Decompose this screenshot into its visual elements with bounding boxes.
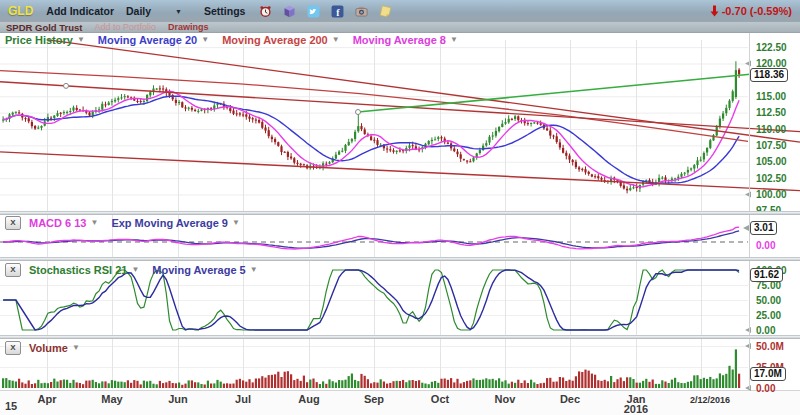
- svg-text:105.00: 105.00: [756, 156, 787, 167]
- legend-ema9[interactable]: Exp Moving Average 9▼: [111, 217, 239, 229]
- trendline[interactable]: [0, 152, 800, 191]
- down-arrow-icon: [710, 5, 719, 17]
- svg-text:102.50: 102.50: [756, 173, 787, 184]
- add-indicator-button[interactable]: Add Indicator: [46, 5, 114, 17]
- axis-marker-icon: [745, 61, 751, 67]
- symbol-name: SPDR Gold Trust: [6, 22, 83, 33]
- chevron-down-icon: ▼: [77, 35, 85, 44]
- add-to-portfolio-button[interactable]: Add to Portfolio: [95, 22, 157, 32]
- legend-moving-average-20[interactable]: Moving Average 20▼: [98, 34, 209, 46]
- symbol-ticker: GLD: [8, 4, 33, 18]
- legend-moving-average-200[interactable]: Moving Average 200▼: [222, 34, 339, 46]
- panel-splitter[interactable]: [0, 211, 800, 215]
- trendline-handle[interactable]: [64, 83, 69, 88]
- stoch-panel-legend: X Stochastics RSI 21▼ Moving Average 5▼: [5, 263, 267, 276]
- price-change-text: -0.70 (-0.59%): [722, 5, 792, 17]
- cube-icon[interactable]: [283, 5, 296, 18]
- legend-moving-average-5[interactable]: Moving Average 5▼: [152, 264, 257, 276]
- chevron-down-icon: ▼: [232, 218, 240, 227]
- svg-text:100.00: 100.00: [756, 189, 787, 200]
- legend-macd[interactable]: MACD 6 13▼: [29, 217, 98, 229]
- note-icon[interactable]: [379, 5, 392, 18]
- charting-app-window: 122.50120.00115.00112.50110.00107.50105.…: [0, 0, 800, 415]
- axis-marker-icon: [745, 192, 751, 198]
- svg-text:Apr: Apr: [38, 393, 58, 405]
- chevron-down-icon: ▼: [90, 218, 98, 227]
- svg-text:Sep: Sep: [364, 393, 384, 405]
- facebook-icon[interactable]: f: [331, 5, 344, 18]
- svg-text:110.00: 110.00: [756, 124, 786, 135]
- panel-splitter[interactable]: [0, 257, 800, 261]
- period-value: Daily: [126, 5, 151, 17]
- svg-text:Oct: Oct: [431, 393, 450, 405]
- axis-marker-icon: [745, 385, 751, 391]
- svg-text:50.0M: 50.0M: [756, 341, 784, 352]
- axis-marker-icon: [745, 327, 751, 333]
- volume-value-box: 17.0M: [750, 367, 786, 381]
- svg-text:Nov: Nov: [495, 393, 517, 405]
- svg-text:0.00: 0.00: [756, 383, 776, 394]
- trendline-handle[interactable]: [356, 110, 361, 115]
- svg-text:Jun: Jun: [168, 393, 188, 405]
- chevron-down-icon: ▼: [250, 265, 258, 274]
- trendline[interactable]: [0, 82, 800, 132]
- price-panel-legend: Price History▼ Moving Average 20▼ Moving…: [5, 33, 467, 46]
- svg-text:50.00: 50.00: [756, 295, 781, 306]
- svg-text:0.00: 0.00: [756, 240, 776, 251]
- symbol-bar: SPDR Gold Trust Add to Portfolio Drawing…: [0, 22, 800, 33]
- svg-text:May: May: [101, 393, 123, 405]
- legend-price-history[interactable]: Price History▼: [5, 34, 85, 46]
- svg-text:15: 15: [5, 400, 17, 412]
- chevron-down-icon: ▼: [72, 343, 80, 352]
- svg-text:2016: 2016: [624, 403, 648, 415]
- close-volume-button[interactable]: X: [5, 341, 21, 355]
- legend-moving-average-8[interactable]: Moving Average 8▼: [353, 34, 458, 46]
- legend-stochastics-rsi[interactable]: Stochastics RSI 21▼: [29, 264, 139, 276]
- close-stoch-button[interactable]: X: [5, 263, 21, 277]
- last-price-box: 118.36: [750, 68, 788, 82]
- svg-text:Jul: Jul: [235, 393, 251, 405]
- chevron-down-icon: ▼: [175, 8, 182, 15]
- chart-canvas[interactable]: 122.50120.00115.00112.50110.00107.50105.…: [0, 0, 800, 415]
- svg-text:2/12/2016: 2/12/2016: [690, 395, 730, 405]
- drawings-button[interactable]: Drawings: [168, 22, 209, 32]
- svg-text:25.00: 25.00: [756, 310, 781, 321]
- close-macd-button[interactable]: X: [5, 216, 21, 230]
- settings-button[interactable]: Settings: [204, 5, 245, 17]
- svg-text:Dec: Dec: [560, 393, 580, 405]
- volume-label[interactable]: Volume▼: [29, 342, 80, 354]
- volume-panel-legend: X Volume▼: [5, 341, 89, 354]
- chevron-down-icon: ▼: [201, 35, 209, 44]
- svg-text:122.50: 122.50: [756, 42, 787, 53]
- chevron-down-icon: ▼: [450, 35, 458, 44]
- chevron-down-icon: ▼: [131, 265, 139, 274]
- macd-value-box: 3.01: [750, 221, 777, 235]
- trendline[interactable]: [48, 40, 800, 142]
- svg-text:115.00: 115.00: [756, 91, 786, 102]
- camera-icon[interactable]: [355, 5, 368, 18]
- period-dropdown[interactable]: Daily ▼: [126, 5, 182, 17]
- stoch-value-box: 91.62: [750, 268, 783, 282]
- svg-text:107.50: 107.50: [756, 140, 787, 151]
- twitter-icon[interactable]: [307, 5, 320, 18]
- chevron-down-icon: ▼: [332, 35, 340, 44]
- svg-text:0.00: 0.00: [756, 325, 776, 336]
- price-change: -0.70 (-0.59%): [710, 5, 792, 17]
- green-trendline[interactable]: [358, 74, 750, 112]
- svg-text:Aug: Aug: [298, 393, 319, 405]
- axis-marker-icon: [743, 225, 749, 231]
- axis-marker-icon: [745, 343, 751, 349]
- main-toolbar: GLD Add Indicator Daily ▼ Settings: [0, 0, 800, 22]
- svg-text:112.50: 112.50: [756, 107, 786, 118]
- panel-splitter[interactable]: [0, 335, 800, 339]
- toolbar-icons: f: [259, 5, 392, 18]
- alarm-clock-icon[interactable]: [259, 5, 272, 18]
- macd-panel-legend: X MACD 6 13▼ Exp Moving Average 9▼: [5, 216, 249, 229]
